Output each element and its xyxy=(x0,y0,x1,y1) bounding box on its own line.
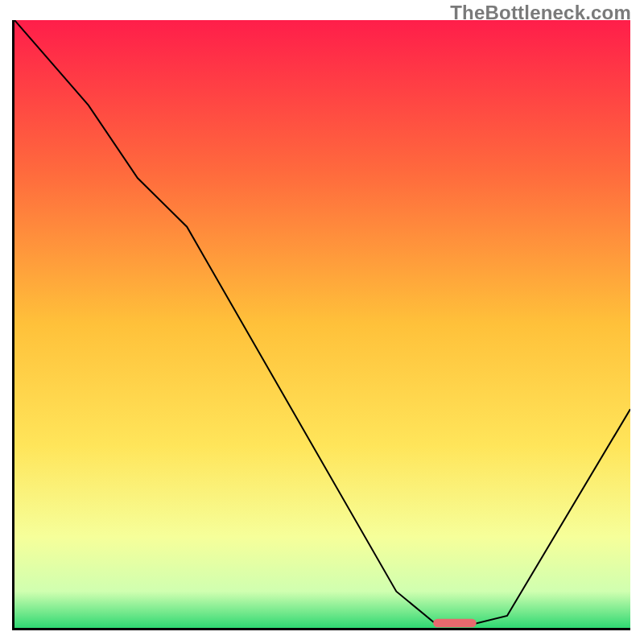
chart-frame: TheBottleneck.com xyxy=(0,0,644,644)
plot-svg xyxy=(14,20,630,628)
gradient-background xyxy=(14,20,630,628)
optimal-marker xyxy=(433,619,477,628)
plot-area xyxy=(12,20,630,630)
